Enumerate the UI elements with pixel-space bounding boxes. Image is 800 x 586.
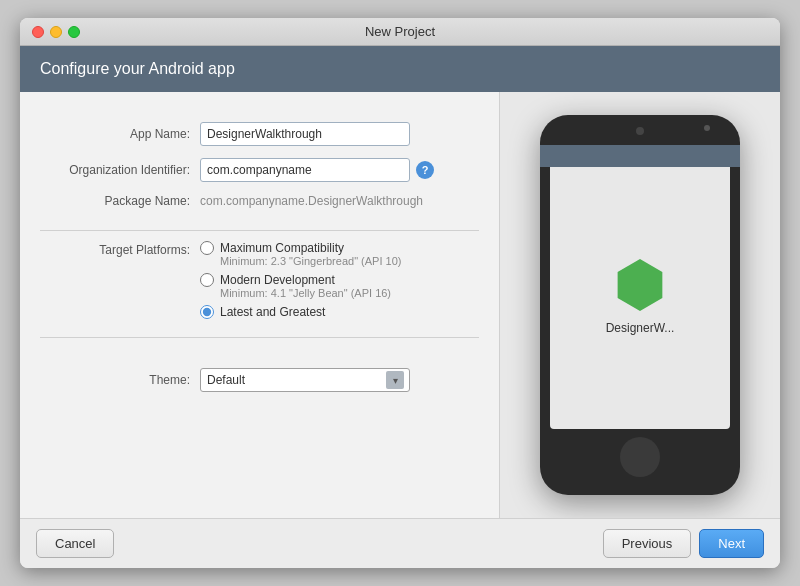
theme-row: Theme: Default Light Dark ▾ [40, 368, 479, 392]
close-button[interactable] [32, 26, 44, 38]
radio-row-1: Maximum Compatibility [200, 241, 401, 255]
radio-modern[interactable] [200, 273, 214, 287]
package-name-row: Package Name: com.companyname.DesignerWa… [40, 194, 479, 208]
radio-item-modern: Modern Development Minimum: 4.1 "Jelly B… [200, 273, 401, 299]
radio-sub-max-compat: Minimum: 2.3 "Gingerbread" (API 10) [220, 255, 401, 267]
radio-max-compat[interactable] [200, 241, 214, 255]
radio-sub-modern: Minimum: 4.1 "Jelly Bean" (API 16) [220, 287, 401, 299]
app-name-label: DesignerW... [606, 321, 675, 335]
window-title: New Project [365, 24, 435, 39]
form-section: App Name: Organization Identifier: ? Pac… [20, 92, 500, 518]
separator [40, 230, 479, 231]
app-icon-container: DesignerW... [606, 259, 675, 335]
title-bar: New Project [20, 18, 780, 46]
separator-2 [40, 337, 479, 338]
app-name-input[interactable] [200, 122, 410, 146]
radio-label-latest[interactable]: Latest and Greatest [220, 305, 325, 319]
org-id-row: Organization Identifier: ? [40, 158, 479, 182]
target-platforms-row: Target Platforms: Maximum Compatibility … [40, 241, 479, 319]
help-icon[interactable]: ? [416, 161, 434, 179]
radio-item-max-compat: Maximum Compatibility Minimum: 2.3 "Ging… [200, 241, 401, 267]
theme-select[interactable]: Default Light Dark [200, 368, 410, 392]
header-bar: Configure your Android app [20, 46, 780, 92]
theme-select-wrapper: Default Light Dark ▾ [200, 368, 410, 392]
radio-label-max-compat[interactable]: Maximum Compatibility [220, 241, 344, 255]
content-area: App Name: Organization Identifier: ? Pac… [20, 92, 780, 518]
phone-mockup: DesignerW... [540, 115, 740, 495]
bottom-bar: Cancel Previous Next [20, 518, 780, 568]
phone-screen: DesignerW... [550, 145, 730, 429]
next-button[interactable]: Next [699, 529, 764, 558]
right-buttons: Previous Next [603, 529, 764, 558]
radio-label-modern[interactable]: Modern Development [220, 273, 335, 287]
phone-front-camera [704, 125, 710, 131]
radio-row-2: Modern Development [200, 273, 401, 287]
phone-section: DesignerW... [500, 92, 780, 518]
window-controls [32, 26, 80, 38]
main-window: New Project Configure your Android app A… [20, 18, 780, 568]
previous-button[interactable]: Previous [603, 529, 692, 558]
radio-group: Maximum Compatibility Minimum: 2.3 "Ging… [200, 241, 401, 319]
app-name-label: App Name: [40, 127, 200, 141]
app-name-row: App Name: [40, 122, 479, 146]
status-bar [540, 145, 740, 167]
org-id-input-group: ? [200, 158, 434, 182]
phone-home-button [620, 437, 660, 477]
radio-item-latest: Latest and Greatest [200, 305, 401, 319]
page-title: Configure your Android app [40, 60, 760, 78]
target-label: Target Platforms: [40, 241, 200, 257]
maximize-button[interactable] [68, 26, 80, 38]
phone-camera [636, 127, 644, 135]
minimize-button[interactable] [50, 26, 62, 38]
app-icon [614, 259, 666, 311]
package-name-label: Package Name: [40, 194, 200, 208]
cancel-button[interactable]: Cancel [36, 529, 114, 558]
org-id-input[interactable] [200, 158, 410, 182]
org-id-label: Organization Identifier: [40, 163, 200, 177]
radio-latest[interactable] [200, 305, 214, 319]
theme-label: Theme: [40, 373, 200, 387]
package-name-value: com.companyname.DesignerWalkthrough [200, 194, 423, 208]
radio-row-3: Latest and Greatest [200, 305, 401, 319]
